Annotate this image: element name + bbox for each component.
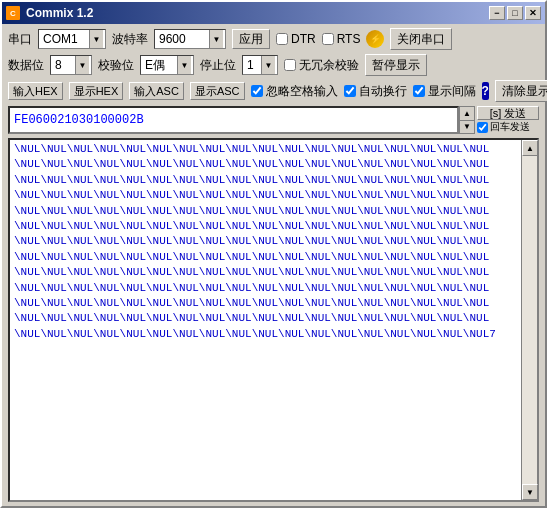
send-area: [s] 发送 回车发送 — [477, 106, 539, 134]
apply-button[interactable]: 应用 — [232, 29, 270, 49]
show-asc-button[interactable]: 显示ASC — [190, 82, 245, 100]
title-bar: C Commix 1.2 − □ ✕ — [2, 2, 545, 24]
output-container: \NUL\NUL\NUL\NUL\NUL\NUL\NUL\NUL\NUL\NUL… — [8, 138, 539, 502]
main-window: C Commix 1.2 − □ ✕ 串口 COM1 ▼ 波特率 9600 ▼ … — [0, 0, 547, 508]
send-button[interactable]: [s] 发送 — [477, 106, 539, 120]
port-row: 串口 COM1 ▼ 波特率 9600 ▼ 应用 DTR RTS ⚡ 关闭串口 — [8, 28, 539, 50]
carriage-return-group: 回车发送 — [477, 120, 539, 134]
dtr-checkbox[interactable] — [276, 33, 288, 45]
output-scroll-track[interactable] — [522, 156, 537, 484]
ignore-space-label: 忽略空格输入 — [266, 83, 338, 100]
window-title: Commix 1.2 — [26, 6, 93, 20]
help-button[interactable]: ? — [482, 82, 489, 100]
databits-arrow: ▼ — [75, 56, 89, 74]
close-button[interactable]: ✕ — [525, 6, 541, 20]
input-scroll-down[interactable]: ▼ — [460, 121, 474, 134]
output-scroll-up[interactable]: ▲ — [522, 140, 538, 156]
port-dropdown[interactable]: COM1 ▼ — [38, 29, 106, 49]
no-extra-check-group: 无冗余校验 — [284, 57, 359, 74]
parity-value: E偶 — [143, 57, 177, 74]
show-interval-group: 显示间隔 — [413, 83, 476, 100]
pause-display-button[interactable]: 暂停显示 — [365, 54, 427, 76]
baud-dropdown-arrow: ▼ — [209, 30, 223, 48]
show-hex-button[interactable]: 显示HEX — [69, 82, 124, 100]
dtr-label: DTR — [291, 32, 316, 46]
close-port-button[interactable]: 关闭串口 — [390, 28, 452, 50]
maximize-button[interactable]: □ — [507, 6, 523, 20]
auto-wrap-label: 自动换行 — [359, 83, 407, 100]
stop-label: 停止位 — [200, 57, 236, 74]
baud-label: 波特率 — [112, 31, 148, 48]
input-hex-button[interactable]: 输入HEX — [8, 82, 63, 100]
auto-wrap-checkbox[interactable] — [344, 85, 356, 97]
databits-dropdown[interactable]: 8 ▼ — [50, 55, 92, 75]
databits-row: 数据位 8 ▼ 校验位 E偶 ▼ 停止位 1 ▼ 无冗余校验 暂停显示 — [8, 54, 539, 76]
title-bar-title: C Commix 1.2 — [6, 6, 93, 20]
hex-input-value: FE060021030100002B — [10, 113, 148, 127]
ignore-space-checkbox[interactable] — [251, 85, 263, 97]
dtr-group: DTR — [276, 32, 316, 46]
show-interval-checkbox[interactable] — [413, 85, 425, 97]
port-value: COM1 — [41, 32, 89, 46]
output-scrollbar: ▲ ▼ — [521, 140, 537, 500]
clear-display-button[interactable]: 清除显示 — [495, 80, 547, 102]
rts-label: RTS — [337, 32, 361, 46]
parity-arrow: ▼ — [177, 56, 191, 74]
content-area: 串口 COM1 ▼ 波特率 9600 ▼ 应用 DTR RTS ⚡ 关闭串口 — [2, 24, 545, 506]
port-dropdown-arrow: ▼ — [89, 30, 103, 48]
input-scroll-up[interactable]: ▲ — [460, 107, 474, 121]
rts-group: RTS — [322, 32, 361, 46]
no-extra-check-label: 无冗余校验 — [299, 57, 359, 74]
databits-value: 8 — [53, 58, 75, 72]
auto-wrap-group: 自动换行 — [344, 83, 407, 100]
output-scroll-down[interactable]: ▼ — [522, 484, 538, 500]
output-area: \NUL\NUL\NUL\NUL\NUL\NUL\NUL\NUL\NUL\NUL… — [10, 140, 521, 500]
parity-label: 校验位 — [98, 57, 134, 74]
app-icon: C — [6, 6, 20, 20]
carriage-return-label: 回车发送 — [490, 120, 530, 134]
show-interval-label: 显示间隔 — [428, 83, 476, 100]
hex-input-container[interactable]: FE060021030100002B — [8, 106, 459, 134]
connect-icon: ⚡ — [366, 30, 384, 48]
baud-value: 9600 — [157, 32, 209, 46]
parity-dropdown[interactable]: E偶 ▼ — [140, 55, 194, 75]
input-scrollbar: ▲ ▼ — [459, 106, 475, 134]
input-asc-button[interactable]: 输入ASC — [129, 82, 184, 100]
stop-value: 1 — [245, 58, 261, 72]
rts-checkbox[interactable] — [322, 33, 334, 45]
databits-label: 数据位 — [8, 57, 44, 74]
baud-dropdown[interactable]: 9600 ▼ — [154, 29, 226, 49]
ignore-space-group: 忽略空格输入 — [251, 83, 338, 100]
no-extra-check-checkbox[interactable] — [284, 59, 296, 71]
input-mode-row: 输入HEX 显示HEX 输入ASC 显示ASC 忽略空格输入 自动换行 显示间隔… — [8, 80, 539, 102]
carriage-return-checkbox[interactable] — [477, 122, 488, 133]
title-controls: − □ ✕ — [489, 6, 541, 20]
stop-arrow: ▼ — [261, 56, 275, 74]
port-label: 串口 — [8, 31, 32, 48]
minimize-button[interactable]: − — [489, 6, 505, 20]
input-send-row: FE060021030100002B ▲ ▼ [s] 发送 回车发送 — [8, 106, 539, 134]
stop-dropdown[interactable]: 1 ▼ — [242, 55, 278, 75]
